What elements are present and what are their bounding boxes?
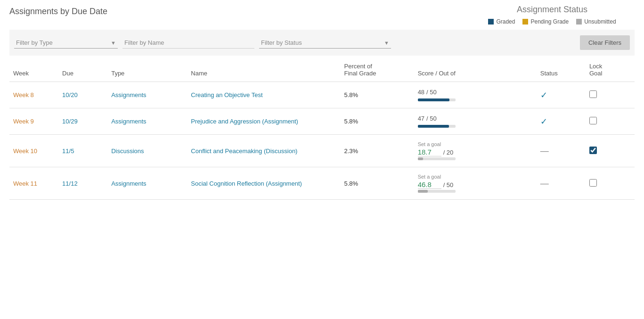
score-cell[interactable]: Set a goal / 20 xyxy=(414,135,537,167)
week-cell: Week 9 xyxy=(13,118,34,125)
filter-status-select[interactable]: Filter by Status xyxy=(259,37,391,49)
due-cell: 10/20 xyxy=(62,91,78,98)
goal-score-row: / 20 xyxy=(418,148,533,156)
th-due: Due xyxy=(58,58,107,82)
legend: Graded Pending Grade Unsubmitted xyxy=(470,18,635,25)
score-bar-bg xyxy=(418,157,456,160)
th-status: Status xyxy=(537,58,586,82)
goal-input[interactable] xyxy=(418,148,441,156)
filter-row: Filter by Type ▼ Filter by Status ▼ Clea… xyxy=(9,30,635,56)
lock-cell[interactable] xyxy=(586,167,635,200)
score-bar-fill xyxy=(418,98,449,101)
assignment-status-panel: Assignment Status Graded Pending Grade U… xyxy=(470,5,635,25)
goal-input[interactable] xyxy=(418,180,441,189)
table-row: Week 810/20AssignmentsCreating an Object… xyxy=(9,82,635,108)
name-link[interactable]: Prejudice and Aggression (Assignment) xyxy=(191,118,298,125)
clear-filters-button[interactable]: Clear Filters xyxy=(580,35,630,50)
set-a-goal-label: Set a goal xyxy=(418,141,533,147)
goal-score-row: / 50 xyxy=(418,180,533,189)
score-slash: / 50 xyxy=(443,181,454,188)
percent-cell: 5.8% xyxy=(341,108,414,135)
th-type: Type xyxy=(107,58,187,82)
type-link[interactable]: Assignments xyxy=(111,91,146,98)
table-row: Week 910/29AssignmentsPrejudice and Aggr… xyxy=(9,108,635,135)
status-check-icon: ✓ xyxy=(540,90,547,100)
week-cell: Week 11 xyxy=(13,180,37,187)
th-name: Name xyxy=(187,58,340,82)
lock-checkbox[interactable] xyxy=(589,117,597,124)
assignments-table: Week Due Type Name Percent ofFinal Grade… xyxy=(9,58,635,200)
status-dash-icon: — xyxy=(540,179,549,188)
pending-icon xyxy=(522,19,528,25)
score-area: 47 / 50 xyxy=(418,115,533,128)
legend-pending: Pending Grade xyxy=(522,18,569,25)
score-number: 47 xyxy=(418,115,424,122)
score-bar-bg xyxy=(418,190,456,193)
filter-name-wrapper xyxy=(122,37,254,49)
score-bar-bg xyxy=(418,125,456,128)
status-cell: ✓ xyxy=(537,82,586,108)
score-row: 47 / 50 xyxy=(418,115,533,122)
lock-cell[interactable] xyxy=(586,135,635,167)
score-bar-fill xyxy=(418,125,449,128)
status-check-icon: ✓ xyxy=(540,117,547,126)
legend-unsubmitted: Unsubmitted xyxy=(576,18,616,25)
status-cell: ✓ xyxy=(537,108,586,135)
week-cell: Week 8 xyxy=(13,91,34,98)
week-cell: Week 10 xyxy=(13,147,37,155)
due-cell: 11/12 xyxy=(62,180,78,187)
status-cell: — xyxy=(537,167,586,200)
percent-cell: 5.8% xyxy=(341,167,414,200)
status-dash-icon: — xyxy=(540,146,549,155)
assignment-status-title: Assignment Status xyxy=(470,5,635,15)
score-number: 48 xyxy=(418,89,424,96)
score-cell: 48 / 50 xyxy=(414,82,537,108)
status-cell: — xyxy=(537,135,586,167)
score-area: Set a goal / 20 xyxy=(418,141,533,160)
table-row: Week 1111/12AssignmentsSocial Cognition … xyxy=(9,167,635,200)
th-score: Score / Out of xyxy=(414,58,537,82)
score-row: 48 / 50 xyxy=(418,89,533,96)
name-link[interactable]: Creating an Objective Test xyxy=(191,91,262,98)
lock-checkbox[interactable] xyxy=(589,179,597,187)
score-slash: / 50 xyxy=(426,89,437,96)
lock-checkbox[interactable] xyxy=(589,147,597,154)
lock-checkbox[interactable] xyxy=(589,90,597,98)
lock-cell[interactable] xyxy=(586,108,635,135)
score-cell: 47 / 50 xyxy=(414,108,537,135)
pending-label: Pending Grade xyxy=(530,18,569,25)
due-cell: 11/5 xyxy=(62,147,74,155)
score-slash: / 50 xyxy=(426,115,437,122)
table-row: Week 1011/5DiscussionsConflict and Peace… xyxy=(9,135,635,167)
percent-cell: 5.8% xyxy=(341,82,414,108)
score-area: Set a goal / 50 xyxy=(418,174,533,193)
table-header-row: Week Due Type Name Percent ofFinal Grade… xyxy=(9,58,635,82)
graded-icon xyxy=(488,19,494,25)
filter-name-input[interactable] xyxy=(122,37,254,49)
score-area: 48 / 50 xyxy=(418,89,533,101)
percent-cell: 2.3% xyxy=(341,135,414,167)
filter-type-wrapper: Filter by Type ▼ xyxy=(14,37,118,49)
name-link[interactable]: Conflict and Peacemaking (Discussion) xyxy=(191,147,297,155)
lock-cell[interactable] xyxy=(586,82,635,108)
score-cell[interactable]: Set a goal / 50 xyxy=(414,167,537,200)
graded-label: Graded xyxy=(496,18,515,25)
type-link[interactable]: Assignments xyxy=(111,180,146,187)
th-lock: LockGoal xyxy=(586,58,635,82)
assignments-table-container: Week Due Type Name Percent ofFinal Grade… xyxy=(9,58,635,314)
score-bar-bg xyxy=(418,98,456,101)
type-link[interactable]: Discussions xyxy=(111,147,144,155)
unsubmitted-label: Unsubmitted xyxy=(584,18,616,25)
filter-type-select[interactable]: Filter by Type xyxy=(14,37,118,49)
score-bar-fill xyxy=(418,157,423,160)
unsubmitted-icon xyxy=(576,19,582,25)
type-link[interactable]: Assignments xyxy=(111,118,146,125)
set-a-goal-label: Set a goal xyxy=(418,174,533,180)
due-cell: 10/29 xyxy=(62,118,78,125)
legend-graded: Graded xyxy=(488,18,515,25)
filter-status-wrapper: Filter by Status ▼ xyxy=(259,37,391,49)
name-link[interactable]: Social Cognition Reflection (Assignment) xyxy=(191,180,302,187)
th-percent: Percent ofFinal Grade xyxy=(341,58,414,82)
score-bar-fill xyxy=(418,190,428,193)
score-slash: / 20 xyxy=(443,149,454,156)
